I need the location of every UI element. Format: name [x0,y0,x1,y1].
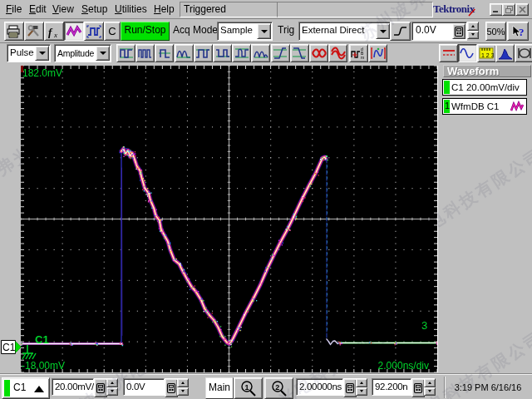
keypad-icon[interactable] [343,378,357,397]
menu-setup[interactable]: Setup [81,2,107,16]
horizontal-scale-field[interactable]: 2.00000ns [296,378,343,396]
zoom1-button[interactable]: 1 [234,377,263,399]
timebase-label: 2.000ns/div [378,360,429,372]
meas-low-icon [215,47,230,60]
main-timebase-button[interactable]: Main [205,377,234,399]
meas-burst-button[interactable] [175,44,194,62]
math-button[interactable]: fx [44,22,64,41]
rising-slope-icon [393,26,407,37]
channel1-reference-marker[interactable]: C1 [1,340,22,354]
sine-icon [460,47,475,60]
status-indicator-empty [277,2,433,17]
clear-button[interactable]: C [104,22,121,41]
meas-overshoot-icon [234,47,249,60]
channel-flag-label: C1 [2,342,16,353]
waveform-db-icon [510,101,524,113]
menu-file[interactable]: File [6,2,22,16]
menu-view[interactable]: View [52,2,74,16]
histogram-icon [498,47,513,60]
measure-category-select[interactable]: Pulse [7,44,51,62]
meas-cycle-button[interactable] [251,44,270,62]
eye-diagram-icon [517,47,532,60]
vertical-scale-spinner[interactable] [106,378,118,396]
tools-button[interactable] [24,22,44,41]
dropdown-arrow-icon[interactable] [376,23,390,39]
menu-edit[interactable]: Edit [29,2,47,16]
horizontal-scale-spinner[interactable] [356,378,367,396]
restore-button[interactable] [502,3,515,16]
meas-dbm-button[interactable]: dBm [349,44,368,62]
histogram-button[interactable] [495,44,515,62]
meas-overshoot-button[interactable] [232,44,251,62]
measure-type-select[interactable]: Amplitude [54,44,111,62]
meas-mask-button[interactable] [368,44,387,62]
print-button[interactable] [4,22,24,41]
meas-fall-time-icon [292,47,307,60]
measurement-button[interactable]: 1 2 3 [477,44,496,62]
dropdown-arrow-icon[interactable] [96,46,110,61]
zoom-percent-button[interactable]: 50% [485,22,506,41]
waveform-display-button[interactable] [64,22,84,41]
channel-color-bar [4,380,10,397]
waveform-list-item-c1[interactable]: C1 20.00mV/div [442,79,527,96]
meas-eye-red1-button[interactable] [309,44,328,62]
vertical-offset-field[interactable]: 0.0V [123,378,165,396]
keypad-icon[interactable] [411,378,425,397]
vertical-scale-field[interactable]: 20.00mV/ [52,378,94,396]
trig-label: Trig [278,22,294,39]
clock: 3:19 PM 6/16/16 [444,377,531,398]
menu-bar: FileEditViewSetupUtilitiesHelp Triggered… [0,0,532,19]
close-button[interactable] [515,3,529,16]
meas-eye-red1-icon [312,47,327,60]
printer-icon [7,25,22,38]
minimize-button[interactable] [490,3,503,16]
horizontal-position-spinner[interactable] [424,378,436,396]
spin-down-icon [424,387,436,397]
waveform-panel: Waveform C1 20.00mV/div 1 WfmDB C1 [442,64,532,374]
trigger-level-spinner[interactable] [467,22,479,39]
keypad-icon[interactable] [94,378,107,397]
logo-red-slash [469,7,476,17]
keypad-icon[interactable] [165,378,178,397]
svg-text:f: f [48,26,53,38]
svg-text:?: ? [519,26,525,38]
spin-down-icon [356,387,367,397]
marker-3-label: 3 [421,319,427,332]
zoom-waveform-button[interactable] [84,22,104,41]
waveform-panel-header: Waveform [443,65,531,77]
meas-rise-time-button[interactable] [271,44,290,62]
meas-dbm-icon: dBm [351,47,366,60]
meas-fall-time-button[interactable] [290,44,309,62]
svg-text:1: 1 [244,383,249,392]
context-help-button[interactable]: ? [507,22,529,41]
meas-eye-red2-icon [331,47,346,60]
meas-amplitude-button[interactable] [116,44,135,62]
run-stop-button[interactable]: Run/Stop [121,22,170,41]
trigger-source-select[interactable]: External Direct [298,22,392,41]
svg-text:x: x [53,31,57,38]
meas-pulse-train-button[interactable] [135,44,155,62]
trigger-slope-button[interactable] [390,22,411,41]
spin-down-icon [467,31,479,40]
meas-eye-red2-button[interactable] [328,44,347,62]
trigger-level-field[interactable]: 0.0V [411,22,467,41]
magnifier-2-icon: 2 [270,381,288,397]
menu-help[interactable]: Help [154,2,175,16]
waveform-button[interactable] [458,44,477,62]
zoom2-button[interactable]: 2 [264,377,293,399]
svg-text:2: 2 [275,383,279,392]
channel-select-button[interactable]: C1 [2,377,50,399]
meas-pulse-width-button[interactable] [155,44,174,62]
eye-diagram-button[interactable] [515,44,532,62]
dropdown-arrow-icon[interactable] [257,23,271,39]
meas-high-button[interactable] [194,44,213,62]
horizontal-position-field[interactable]: 92.200n [372,378,411,396]
waveform-list-item-wfmdb[interactable]: 1 WfmDB C1 [442,98,527,115]
vertical-offset-spinner[interactable] [177,378,189,396]
keypad-icon[interactable] [452,23,466,39]
menu-utilities[interactable]: Utilities [115,2,147,16]
meas-low-button[interactable] [213,44,232,62]
cursors-button[interactable] [439,44,458,62]
dropdown-arrow-icon[interactable] [35,46,49,61]
acq-mode-select[interactable]: Sample [217,22,273,41]
